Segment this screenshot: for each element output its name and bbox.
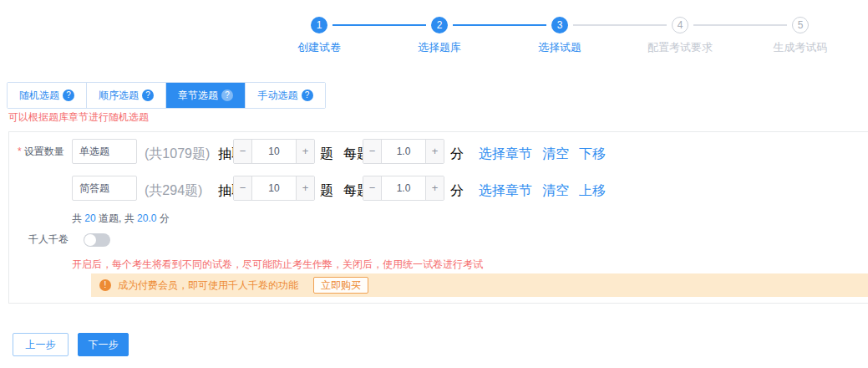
toggle-knob — [84, 234, 96, 246]
step-number: 4 — [672, 17, 688, 33]
thousand-papers-label: 千人千卷 — [28, 233, 69, 247]
question-settings-panel: * 设置数量 单选题 (共1079题) 抽取 − 10 + 题 每题 − 1.0… — [8, 131, 868, 304]
score-unit-label: 分 — [450, 146, 464, 163]
step-number: 2 — [431, 17, 448, 33]
question-count-stepper: − 10 + — [233, 176, 315, 201]
step-create-paper[interactable]: 1 创建试卷 — [259, 17, 379, 55]
row-action-links: 选择章节 清空 上移 — [479, 182, 606, 200]
step-label: 生成考试码 — [740, 40, 860, 55]
step-select-questions[interactable]: 3 选择试题 — [500, 17, 620, 55]
move-up-link[interactable]: 上移 — [579, 182, 606, 200]
increase-count-button[interactable]: + — [296, 176, 314, 200]
step-number: 5 — [792, 17, 809, 33]
decrease-count-button[interactable]: − — [234, 176, 252, 200]
warning-icon: ! — [99, 279, 111, 291]
question-total-count: (共294题) — [145, 182, 202, 200]
select-chapter-link[interactable]: 选择章节 — [479, 182, 532, 200]
increase-count-button[interactable]: + — [296, 140, 314, 163]
count-value[interactable]: 10 — [252, 176, 296, 200]
wizard-footer: 上一步 下一步 — [13, 333, 129, 356]
count-value[interactable]: 10 — [252, 140, 296, 163]
banner-text: 成为付费会员，即可使用千人千卷的功能 — [118, 279, 298, 293]
step-label: 选择题库 — [379, 40, 500, 55]
step-select-bank[interactable]: 2 选择题库 — [379, 17, 500, 55]
step-label: 配置考试要求 — [620, 40, 740, 55]
question-type-input[interactable]: 单选题 — [72, 139, 137, 164]
step-number: 1 — [311, 17, 327, 33]
step-number: 3 — [551, 17, 568, 33]
select-chapter-link[interactable]: 选择章节 — [479, 146, 532, 163]
row-action-links: 选择章节 清空 下移 — [479, 146, 606, 163]
quantity-label: * 设置数量 — [18, 139, 64, 164]
step-label: 创建试卷 — [259, 40, 379, 55]
question-type-input[interactable]: 简答题 — [72, 176, 137, 201]
score-value[interactable]: 1.0 — [382, 176, 425, 200]
decrease-count-button[interactable]: − — [234, 140, 252, 163]
count-unit-label: 题 — [320, 146, 333, 163]
thousand-papers-note: 开启后，每个考生将看到不同的试卷，尽可能防止考生作弊，关闭后，使用统一试卷进行考… — [72, 258, 483, 272]
score-stepper: − 1.0 + — [363, 139, 444, 164]
tab-random-selection[interactable]: 随机选题 ? — [8, 83, 87, 108]
total-score: 20.0 — [137, 212, 156, 224]
next-step-button[interactable]: 下一步 — [78, 333, 129, 356]
tab-chapter-selection[interactable]: 章节选题 ? — [166, 83, 246, 108]
tab-label: 随机选题 — [19, 89, 59, 103]
decrease-score-button[interactable]: − — [363, 176, 382, 200]
selection-mode-tabs: 随机选题 ? 顺序选题 ? 章节选题 ? 手动选题 ? — [7, 82, 326, 109]
clear-link[interactable]: 清空 — [542, 146, 569, 163]
totals-summary: 共 20 道题, 共 20.0 分 — [72, 212, 170, 226]
move-down-link[interactable]: 下移 — [579, 146, 606, 163]
tab-manual-selection[interactable]: 手动选题 ? — [246, 83, 325, 108]
step-generate-code: 5 生成考试码 — [740, 17, 860, 55]
increase-score-button[interactable]: + — [425, 140, 444, 163]
score-stepper: − 1.0 + — [363, 176, 444, 201]
step-label: 选择试题 — [500, 40, 620, 55]
help-icon[interactable]: ? — [221, 89, 233, 101]
chapter-selection-hint: 可以根据题库章节进行随机选题 — [8, 110, 149, 125]
question-total-count: (共1079题) — [145, 146, 210, 163]
score-value[interactable]: 1.0 — [382, 140, 425, 163]
required-mark: * — [18, 146, 22, 157]
thousand-papers-row: 千人千卷 — [28, 233, 110, 247]
tab-label: 章节选题 — [178, 89, 218, 103]
help-icon[interactable]: ? — [302, 89, 313, 101]
wizard-stepper: 1 创建试卷 2 选择题库 3 选择试题 4 配置考试要求 5 生成考试码 — [259, 17, 860, 55]
paid-member-banner: ! 成为付费会员，即可使用千人千卷的功能 立即购买 — [91, 273, 868, 297]
help-icon[interactable]: ? — [63, 89, 74, 101]
step-configure-exam: 4 配置考试要求 — [620, 17, 740, 55]
decrease-score-button[interactable]: − — [363, 140, 382, 163]
tab-label: 顺序选题 — [99, 89, 139, 103]
clear-link[interactable]: 清空 — [542, 182, 569, 200]
tab-label: 手动选题 — [258, 89, 298, 103]
help-icon[interactable]: ? — [142, 89, 154, 101]
total-question-count: 20 — [84, 212, 95, 224]
thousand-papers-toggle[interactable] — [84, 233, 110, 247]
tab-sequential-selection[interactable]: 顺序选题 ? — [87, 83, 166, 108]
increase-score-button[interactable]: + — [425, 176, 444, 200]
buy-now-button[interactable]: 立即购买 — [313, 277, 368, 294]
score-unit-label: 分 — [450, 182, 464, 200]
count-unit-label: 题 — [320, 182, 333, 200]
question-count-stepper: − 10 + — [233, 139, 315, 164]
previous-step-button[interactable]: 上一步 — [13, 333, 69, 356]
